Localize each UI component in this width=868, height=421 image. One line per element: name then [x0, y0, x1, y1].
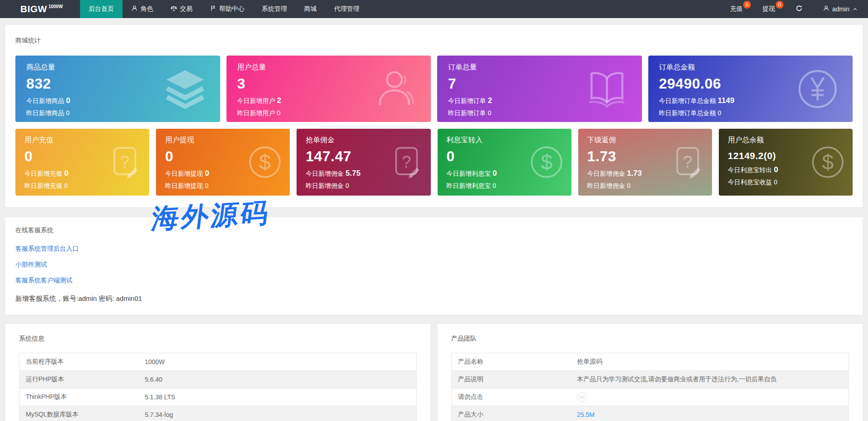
dollar-circle-icon: $ — [247, 145, 283, 180]
username: admin — [832, 5, 849, 13]
online-service-panel: 在线客服系统 客服系统管理后台入口 小部件测试 客服系统客户端测试 新增客服系统… — [5, 217, 863, 315]
service-panel-title: 在线客服系统 — [15, 226, 853, 234]
doc-question-icon: ? — [107, 145, 142, 180]
svg-text:?: ? — [402, 153, 411, 171]
refresh-button[interactable] — [785, 0, 813, 18]
broken-image-404-icon: 404 — [577, 392, 587, 402]
layers-icon — [164, 67, 207, 110]
table-row: 当前程序版本 1000W — [19, 353, 417, 371]
row-value: 1000W — [138, 353, 416, 371]
scales-icon — [170, 5, 177, 13]
nav-item-mall[interactable]: 商城 — [296, 0, 326, 18]
svg-text:$: $ — [259, 150, 271, 174]
row-value: 25.5M — [571, 406, 849, 421]
nav-label: 系统管理 — [262, 5, 287, 13]
product-team-table: 产品名称 抢单源码 产品说明 本产品只为学习测试交流,请勿要做商业或者用于违法行… — [451, 353, 849, 421]
table-row: MySQL数据库版本 5.7.34-log — [19, 406, 417, 421]
card-line2: 昨日新增佣金0 — [306, 182, 421, 190]
row-value: 抢单源码 — [571, 353, 849, 371]
app-logo: BIGW 1000W — [0, 0, 80, 18]
stat-card-order-commission: 抢单佣金 147.47 今日新增佣金5.75 昨日新增佣金0 ? — [297, 129, 430, 196]
recharge-badge: 0 — [743, 1, 751, 9]
stat-card-orders-total: 订单总量 7 今日新增订单2 昨日新增订单0 — [437, 56, 642, 122]
book-icon — [585, 67, 628, 110]
stat-card-user-recharge: 用户充值 0 今日新增充值0 昨日新增充值0 ? — [15, 129, 149, 196]
service-admin-entry-link[interactable]: 客服系统管理后台入口 — [15, 245, 853, 253]
row-value: 404 — [571, 388, 849, 406]
mall-stats-panel: 商城统计 商品总量 832 今日新增商品0 昨日新增商品0 用户总量 3 今日新… — [5, 25, 863, 207]
navbar-right: 充值 0 提现 0 admin — [720, 0, 868, 18]
recharge-button[interactable]: 充值 0 — [720, 0, 753, 18]
service-account-note: 新增客服系统，账号:admin 密码: admin01 — [15, 295, 853, 303]
chevron-up-icon — [852, 6, 858, 12]
card-line2: 昨日新增充值0 — [24, 182, 140, 190]
user-icon — [374, 67, 417, 110]
widget-test-link[interactable]: 小部件测试 — [15, 261, 853, 269]
row-label: 产品名称 — [452, 353, 571, 371]
card-line2: 昨日新增商品0 — [26, 109, 209, 117]
table-row: 产品名称 抢单源码 — [452, 353, 849, 371]
nav-item-home[interactable]: 后台首页 — [80, 0, 123, 18]
flag-icon — [210, 5, 217, 13]
nav-label: 角色 — [141, 5, 153, 13]
row-label: 产品说明 — [452, 371, 571, 388]
card-line2: 昨日新增订单0 — [448, 109, 631, 117]
main-menu: 后台首页 角色 交易 帮助中心 系统管理 商城 代理管理 — [80, 0, 368, 18]
stat-card-users-total: 用户总量 3 今日新增用户2 昨日新增用户0 — [226, 56, 431, 122]
small-stat-cards: 用户充值 0 今日新增充值0 昨日新增充值0 ? 用户提现 0 今日新增提现0 … — [15, 129, 853, 196]
nav-label: 商城 — [304, 5, 317, 13]
row-value: 5.6.40 — [138, 371, 416, 388]
card-line2: 昨日新增订单总金额0 — [659, 109, 842, 117]
row-label: 请勿点击 — [452, 388, 571, 406]
card-line2: 昨日新增佣金0 — [587, 182, 703, 190]
system-info-table: 当前程序版本 1000W 运行PHP版本 5.6.40 ThinkPHP版本 5… — [19, 353, 417, 421]
card-title: 用户提现 — [165, 136, 281, 145]
card-title: 用户充值 — [24, 136, 140, 145]
logo-version: 1000W — [48, 4, 63, 9]
stat-card-user-withdraw: 用户提现 0 今日新增提现0 昨日新增提现0 $ — [156, 129, 290, 196]
row-value: 5.7.34-log — [138, 406, 416, 421]
nav-label: 交易 — [180, 5, 193, 13]
card-title: 利息宝转入 — [447, 136, 562, 145]
nav-label: 代理管理 — [334, 5, 359, 13]
product-size-link[interactable]: 25.5M — [577, 411, 594, 418]
nav-item-system[interactable]: 系统管理 — [253, 0, 296, 18]
nav-label: 后台首页 — [89, 5, 114, 13]
table-row: 请勿点击 404 — [452, 388, 849, 406]
card-line2: 昨日新增用户0 — [237, 109, 420, 117]
withdraw-badge: 0 — [776, 1, 783, 9]
card-line2: 昨日新增提现0 — [165, 182, 281, 190]
table-row: ThinkPHP版本 5.1.38 LTS — [19, 388, 417, 406]
nav-item-trade[interactable]: 交易 — [162, 0, 201, 18]
table-row: 运行PHP版本 5.6.40 — [19, 371, 417, 388]
service-client-test-link[interactable]: 客服系统客户端测试 — [15, 276, 853, 285]
person-icon — [131, 5, 138, 13]
table-row: 产品大小 25.5M — [452, 406, 849, 421]
user-menu[interactable]: admin — [813, 0, 868, 18]
person-icon — [823, 5, 830, 13]
stat-card-order-amount: 订单总金额 29490.06 今日新增订单总金额1149 昨日新增订单总金额0 — [648, 56, 853, 122]
product-panel-title: 产品团队 — [451, 335, 849, 343]
yen-circle-icon — [796, 67, 839, 110]
product-team-panel: 产品团队 产品名称 抢单源码 产品说明 本产品只为学习测试交流,请勿要做商业或者… — [438, 324, 863, 421]
bottom-panels: 系统信息 当前程序版本 1000W 运行PHP版本 5.6.40 ThinkPH… — [5, 324, 863, 421]
nav-item-help[interactable]: 帮助中心 — [201, 0, 253, 18]
table-row: 产品说明 本产品只为学习测试交流,请勿要做商业或者用于违法行为,一切后果自负 — [452, 371, 849, 388]
row-label: 当前程序版本 — [19, 353, 139, 371]
nav-item-roles[interactable]: 角色 — [123, 0, 162, 18]
row-label: 运行PHP版本 — [19, 371, 139, 388]
stat-card-sub-rebate: 下级返佣 1.73 今日新增佣金1.73 昨日新增佣金0 ? — [578, 129, 712, 196]
card-title: 用户总余额 — [728, 136, 844, 145]
card-title: 抢单佣金 — [306, 136, 421, 145]
card-line2: 昨日新增利息宝0 — [447, 182, 562, 190]
system-panel-title: 系统信息 — [19, 335, 417, 343]
doc-question-icon: ? — [388, 145, 424, 180]
doc-question-icon: ? — [670, 145, 705, 180]
dollar-circle-icon: $ — [810, 145, 845, 180]
nav-item-agent[interactable]: 代理管理 — [326, 0, 368, 18]
row-value: 5.1.38 LTS — [138, 388, 416, 406]
withdraw-button[interactable]: 提现 0 — [753, 0, 785, 18]
logo-text: BIGW — [20, 4, 47, 14]
card-title: 下级返佣 — [587, 136, 703, 145]
nav-label: 帮助中心 — [219, 5, 245, 13]
